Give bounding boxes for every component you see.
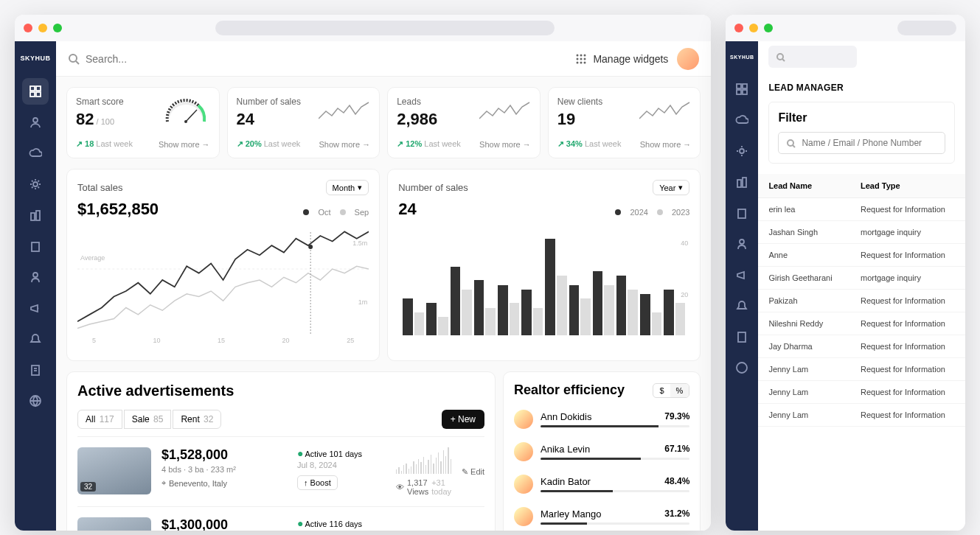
url-bar[interactable] — [897, 21, 956, 35]
ad-thumbnail[interactable]: 32 — [77, 447, 151, 494]
ad-status: ●Active 101 days — [297, 447, 386, 459]
realtor-row[interactable]: Kadin Bator48.4% — [514, 475, 689, 494]
show-more-link[interactable]: Show more → — [640, 140, 692, 149]
svg-point-42 — [737, 363, 747, 373]
boost-button[interactable]: ↑ Boost — [297, 475, 338, 490]
realtor-row[interactable]: Marley Mango31.2% — [514, 507, 689, 526]
building-icon — [735, 175, 748, 189]
new-ad-button[interactable]: + New — [442, 410, 484, 429]
ads-tab[interactable]: Sale 85 — [124, 410, 172, 429]
lead-row[interactable]: erin leaRequest for Information — [758, 198, 965, 221]
close-dot[interactable] — [734, 24, 743, 32]
lead-type: Request for Information — [850, 404, 965, 427]
nav-reports[interactable] — [22, 357, 49, 383]
nav-notifications[interactable] — [729, 293, 755, 319]
svg-point-40 — [740, 239, 744, 244]
nav-cloud[interactable] — [22, 140, 49, 167]
office-icon — [735, 206, 748, 220]
search-input[interactable] — [86, 53, 566, 65]
kpi-period: Last week — [96, 139, 133, 148]
lead-row[interactable]: AnneRequest for Information — [758, 244, 965, 267]
nav-globe[interactable] — [22, 388, 49, 414]
ad-thumbnail[interactable] — [77, 517, 151, 531]
filter-input-wrapper[interactable] — [778, 132, 945, 154]
svg-point-24 — [577, 61, 579, 63]
lead-row[interactable]: Jenny LamRequest for Information — [758, 381, 965, 404]
nav-company[interactable] — [22, 233, 49, 259]
url-bar[interactable] — [215, 21, 555, 35]
gauge-icon — [161, 95, 210, 127]
megaphone-icon — [735, 268, 748, 282]
period-select-year[interactable]: Year▾ — [653, 180, 689, 195]
document-icon — [29, 363, 42, 377]
leads-table: Lead NameLead Type erin leaRequest for I… — [758, 174, 965, 427]
topbar: Manage widgets — [56, 41, 711, 77]
filter-input[interactable] — [802, 138, 937, 148]
ads-tab[interactable]: All 117 — [77, 410, 122, 429]
realtor-row[interactable]: Anika Levin67.1% — [514, 442, 689, 461]
minimize-dot[interactable] — [38, 24, 47, 32]
minimize-dot[interactable] — [749, 24, 758, 32]
search-box[interactable] — [68, 53, 566, 65]
lead-row[interactable]: Jashan Singhmortgage inquiry — [758, 221, 965, 244]
close-dot[interactable] — [24, 24, 32, 32]
nav-buildings[interactable] — [22, 202, 49, 228]
lead-row[interactable]: Jenny LamRequest for Information — [758, 358, 965, 381]
nav-dashboard[interactable] — [22, 78, 49, 105]
nav-settings[interactable] — [729, 138, 755, 164]
maximize-dot[interactable] — [764, 24, 773, 32]
show-more-link[interactable]: Show more → — [319, 140, 370, 149]
brand-logo: SKYHUB — [730, 49, 754, 71]
user-icon — [29, 116, 42, 129]
nav-users[interactable] — [22, 109, 49, 136]
edit-button[interactable]: ✎ Edit — [462, 447, 484, 496]
sparkline — [319, 98, 370, 125]
efficiency-toggle[interactable]: $% — [653, 383, 689, 398]
kpi-card: New clients19↗ 34% Last weekShow more → — [548, 87, 701, 158]
lead-row[interactable]: Jay DharmaRequest for Information — [758, 335, 965, 358]
nav-marketing[interactable] — [729, 262, 755, 288]
cloud-icon — [735, 113, 748, 127]
col-lead-name[interactable]: Lead Name — [758, 174, 850, 198]
nav-company[interactable] — [729, 200, 755, 226]
nav-dashboard[interactable] — [729, 76, 755, 102]
lead-row[interactable]: PakizahRequest for Information — [758, 290, 965, 312]
search-box-2[interactable] — [768, 46, 857, 68]
svg-point-5 — [33, 182, 38, 186]
realtor-name: Marley Mango — [541, 508, 664, 520]
ads-title: Active advertisements — [77, 382, 234, 399]
realtor-avatar — [514, 442, 533, 461]
ad-item[interactable]: 32$1,528,0004 bds · 3 ba · 233 m²⌖Beneve… — [77, 436, 484, 506]
search-icon — [776, 52, 785, 62]
nav-notifications[interactable] — [22, 326, 49, 352]
edit-button[interactable]: ✎ Edit — [462, 517, 484, 531]
col-lead-type[interactable]: Lead Type — [850, 174, 965, 198]
show-more-link[interactable]: Show more → — [159, 140, 210, 149]
person-icon — [735, 237, 748, 251]
realtor-row[interactable]: Ann Dokidis79.3% — [514, 410, 689, 429]
nav-person[interactable] — [729, 231, 755, 257]
svg-rect-34 — [737, 90, 741, 94]
nav-cloud[interactable] — [729, 107, 755, 133]
lead-row[interactable]: Nileshni ReddyRequest for Information — [758, 312, 965, 335]
nav-person[interactable] — [22, 264, 49, 290]
nav-globe[interactable] — [729, 354, 755, 381]
show-more-link[interactable]: Show more → — [479, 140, 531, 149]
period-select-month[interactable]: Month▾ — [326, 180, 369, 195]
ad-item[interactable]: $1,300,000●Active 116 days✎ Edit — [77, 506, 484, 531]
svg-rect-7 — [36, 211, 40, 220]
ads-tab[interactable]: Rent 32 — [173, 410, 221, 429]
efficiency-card: Realtor efficiency $% Ann Dokidis79.3%An… — [503, 371, 701, 531]
kpi-period: Last week — [264, 139, 301, 148]
bell-icon — [29, 332, 42, 346]
nav-buildings[interactable] — [729, 169, 755, 195]
manage-widgets-button[interactable]: Manage widgets — [575, 53, 668, 65]
nav-reports[interactable] — [729, 324, 755, 350]
user-avatar[interactable] — [677, 48, 699, 70]
lead-type: Request for Information — [850, 358, 965, 381]
nav-marketing[interactable] — [22, 295, 49, 321]
lead-row[interactable]: Girish Geetharanimortgage inquiry — [758, 267, 965, 290]
nav-settings[interactable] — [22, 171, 49, 197]
lead-row[interactable]: Jenny LamRequest for Information — [758, 404, 965, 427]
maximize-dot[interactable] — [53, 24, 62, 32]
